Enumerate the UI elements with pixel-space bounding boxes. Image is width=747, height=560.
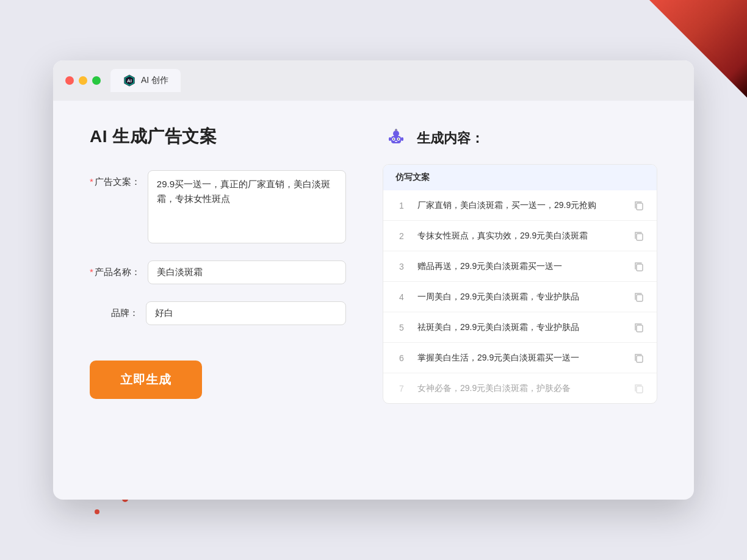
browser-window: AI AI 创作 AI 生成广告文案 *广告文案： *产品名称： xyxy=(53,60,694,500)
svg-text:AI: AI xyxy=(127,78,132,84)
result-row: 5 祛斑美白，29.9元美白淡斑霜，专业护肤品 xyxy=(383,312,657,343)
copy-icon[interactable] xyxy=(633,231,644,242)
maximize-button[interactable] xyxy=(92,76,101,85)
result-number: 2 xyxy=(395,231,408,241)
window-buttons xyxy=(65,76,101,85)
result-row: 1 厂家直销，美白淡斑霜，买一送一，29.9元抢购 xyxy=(383,190,657,221)
brand-label: 品牌： xyxy=(90,301,139,319)
tab-label: AI 创作 xyxy=(141,75,168,86)
column-label: 仿写文案 xyxy=(395,172,430,182)
result-text: 厂家直销，美白淡斑霜，买一送一，29.9元抢购 xyxy=(417,199,624,212)
result-title: 生成内容： xyxy=(417,129,484,148)
left-panel: AI 生成广告文案 *广告文案： *产品名称： 品牌： 立 xyxy=(90,125,346,467)
result-number: 6 xyxy=(395,353,408,363)
decorative-dot-3 xyxy=(95,509,99,514)
title-bar: AI AI 创作 xyxy=(53,60,694,101)
main-content: AI 生成广告文案 *广告文案： *产品名称： 品牌： 立 xyxy=(53,101,694,491)
result-number: 3 xyxy=(395,262,408,271)
product-name-label: *产品名称： xyxy=(90,260,140,278)
result-row: 3 赠品再送，29.9元美白淡斑霜买一送一 xyxy=(383,251,657,282)
svg-rect-14 xyxy=(637,203,643,210)
result-number: 4 xyxy=(395,292,408,302)
copy-icon[interactable] xyxy=(633,383,644,394)
copy-icon[interactable] xyxy=(633,353,644,364)
ad-copy-group: *广告文案： xyxy=(90,170,346,243)
copy-icon[interactable] xyxy=(633,200,644,211)
result-text: 一周美白，29.9元美白淡斑霜，专业护肤品 xyxy=(417,290,624,303)
result-header: 生成内容： xyxy=(383,125,657,152)
svg-rect-20 xyxy=(637,386,643,393)
svg-rect-18 xyxy=(637,325,643,332)
result-row: 4 一周美白，29.9元美白淡斑霜，专业护肤品 xyxy=(383,282,657,312)
result-text: 女神必备，29.9元美白淡斑霜，护肤必备 xyxy=(417,382,624,395)
result-text: 专抹女性斑点，真实功效，29.9元美白淡斑霜 xyxy=(417,229,624,242)
minimize-button[interactable] xyxy=(79,76,87,85)
result-number: 7 xyxy=(395,384,408,393)
svg-rect-12 xyxy=(389,137,391,141)
ai-tab[interactable]: AI AI 创作 xyxy=(110,69,181,92)
right-panel: 生成内容： 仿写文案 1 厂家直销，美白淡斑霜，买一送一，29.9元抢购 xyxy=(383,125,657,467)
result-text: 祛斑美白，29.9元美白淡斑霜，专业护肤品 xyxy=(417,321,624,334)
svg-rect-13 xyxy=(401,137,403,141)
ai-hex-icon: AI xyxy=(123,74,136,87)
result-row: 7 女神必备，29.9元美白淡斑霜，护肤必备 xyxy=(383,373,657,403)
result-text: 赠品再送，29.9元美白淡斑霜买一送一 xyxy=(417,260,624,273)
svg-rect-15 xyxy=(637,234,643,240)
svg-rect-16 xyxy=(637,264,643,271)
svg-point-7 xyxy=(393,138,394,140)
svg-rect-9 xyxy=(395,141,397,142)
page-title: AI 生成广告文案 xyxy=(90,125,346,148)
product-name-group: *产品名称： xyxy=(90,260,346,284)
results-table-header: 仿写文案 xyxy=(383,165,657,190)
result-row: 2 专抹女性斑点，真实功效，29.9元美白淡斑霜 xyxy=(383,221,657,251)
svg-point-11 xyxy=(395,129,397,131)
copy-icon[interactable] xyxy=(633,322,644,333)
close-button[interactable] xyxy=(65,76,74,85)
product-name-input[interactable] xyxy=(148,260,346,284)
svg-rect-19 xyxy=(637,356,643,362)
results-container: 仿写文案 1 厂家直销，美白淡斑霜，买一送一，29.9元抢购 2 专抹女性斑点，… xyxy=(383,164,657,404)
result-number: 1 xyxy=(395,201,408,210)
copy-icon[interactable] xyxy=(633,292,644,303)
svg-point-8 xyxy=(398,138,399,140)
robot-icon xyxy=(383,125,410,152)
result-row: 6 掌握美白生活，29.9元美白淡斑霜买一送一 xyxy=(383,343,657,373)
ad-copy-input[interactable] xyxy=(148,170,346,243)
svg-rect-17 xyxy=(637,295,643,301)
result-text: 掌握美白生活，29.9元美白淡斑霜买一送一 xyxy=(417,351,624,364)
ad-copy-label: *广告文案： xyxy=(90,170,140,188)
generate-button[interactable]: 立即生成 xyxy=(90,361,202,399)
product-name-required: * xyxy=(90,267,93,277)
ad-copy-required: * xyxy=(90,176,93,187)
brand-input[interactable] xyxy=(146,301,346,325)
copy-icon[interactable] xyxy=(633,261,644,272)
brand-group: 品牌： xyxy=(90,301,346,325)
result-number: 5 xyxy=(395,323,408,332)
